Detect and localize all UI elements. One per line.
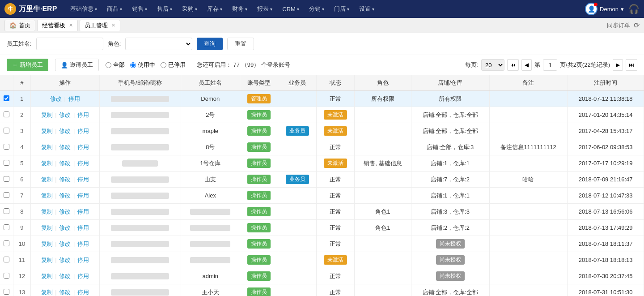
action-link-停用[interactable]: 停用: [77, 208, 89, 215]
action-link-复制[interactable]: 复制: [41, 192, 53, 199]
action-link-复制[interactable]: 复制: [41, 176, 53, 183]
row-checkbox[interactable]: [4, 240, 9, 246]
first-page-button[interactable]: ⏮: [507, 59, 519, 71]
tab-dashboard[interactable]: 经营看板 ✕: [37, 20, 78, 31]
row-checkbox[interactable]: [4, 289, 9, 295]
action-link-复制[interactable]: 复制: [41, 128, 53, 134]
row-checkbox[interactable]: [4, 128, 9, 133]
nav-products[interactable]: 商品 ▾: [102, 0, 127, 18]
action-link-修改[interactable]: 修改: [59, 273, 71, 279]
row-checkbox[interactable]: [4, 224, 9, 230]
name-filter-input[interactable]: [36, 38, 103, 50]
action-link-复制[interactable]: 复制: [41, 289, 53, 296]
action-link-复制[interactable]: 复制: [41, 112, 53, 118]
tab-dashboard-close[interactable]: ✕: [69, 22, 73, 28]
action-link-修改[interactable]: 修改: [59, 176, 71, 183]
nav-inventory[interactable]: 库存 ▾: [203, 0, 227, 18]
action-link-修改[interactable]: 修改: [59, 128, 71, 134]
radio-disabled[interactable]: 已停用: [161, 61, 186, 69]
nav-crm[interactable]: CRM ▾: [278, 0, 304, 18]
prev-page-button[interactable]: ◀: [521, 59, 532, 71]
action-link-停用[interactable]: 停用: [77, 240, 89, 247]
tab-employee[interactable]: 员工管理 ✕: [80, 20, 120, 31]
headset-icon[interactable]: 🎧: [628, 4, 640, 14]
action-link-复制[interactable]: 复制: [41, 208, 53, 215]
radio-disabled-input[interactable]: [161, 62, 166, 68]
action-link-修改[interactable]: 修改: [59, 144, 71, 150]
nav-after-sales[interactable]: 售后 ▾: [153, 0, 177, 18]
nav-reports[interactable]: 报表 ▾: [253, 0, 277, 18]
page-number-input[interactable]: [543, 59, 557, 71]
action-link-停用[interactable]: 停用: [77, 257, 89, 263]
action-link-修改[interactable]: 修改: [59, 112, 71, 118]
refresh-icon[interactable]: ⟳: [634, 21, 640, 30]
action-link-修改[interactable]: 修改: [59, 208, 71, 215]
action-link-复制[interactable]: 复制: [41, 240, 53, 247]
add-employee-button[interactable]: ＋ 新增员工: [7, 59, 48, 71]
action-link-停用[interactable]: 停用: [77, 176, 89, 183]
nav-distribution[interactable]: 分销 ▾: [305, 0, 329, 18]
row-phone: [99, 123, 181, 139]
action-link-停用[interactable]: 停用: [77, 160, 89, 167]
nav-settings[interactable]: 设置 ▾: [355, 0, 379, 18]
nav-purchase[interactable]: 采购 ▾: [178, 0, 202, 18]
action-link-修改[interactable]: 修改: [59, 192, 71, 199]
row-checkbox[interactable]: [4, 144, 9, 150]
row-checkbox[interactable]: [4, 112, 9, 117]
nav-store[interactable]: 门店 ▾: [330, 0, 354, 18]
action-link-修改[interactable]: 修改: [59, 160, 71, 167]
action-link-停用[interactable]: 停用: [77, 112, 89, 118]
action-link-修改[interactable]: 修改: [59, 224, 71, 231]
row-checkbox[interactable]: [4, 257, 9, 262]
user-menu[interactable]: 👤 Demon ▾: [585, 3, 624, 15]
row-actions: 复制 | 修改 | 停用: [30, 204, 99, 220]
role-filter-select[interactable]: [125, 38, 192, 50]
action-link-修改[interactable]: 修改: [50, 95, 62, 102]
action-link-修改[interactable]: 修改: [59, 240, 71, 247]
action-link-复制[interactable]: 复制: [41, 224, 53, 231]
row-checkbox[interactable]: [4, 192, 9, 198]
action-link-修改[interactable]: 修改: [59, 257, 71, 263]
row-checkbox[interactable]: [4, 160, 9, 166]
row-status: 正常: [316, 188, 354, 204]
query-button[interactable]: 查询: [197, 38, 223, 50]
tab-employee-close[interactable]: ✕: [111, 22, 115, 28]
action-link-复制[interactable]: 复制: [41, 273, 53, 279]
action-link-复制[interactable]: 复制: [41, 257, 53, 263]
action-separator: |: [54, 112, 59, 118]
radio-all-input[interactable]: [106, 62, 111, 68]
action-link-停用[interactable]: 停用: [77, 273, 89, 279]
nav-finance[interactable]: 财务 ▾: [228, 0, 252, 18]
action-link-停用[interactable]: 停用: [77, 224, 89, 231]
last-page-button[interactable]: ⏭: [626, 59, 637, 71]
action-link-停用[interactable]: 停用: [77, 144, 89, 150]
row-checkbox[interactable]: [4, 208, 9, 214]
radio-all[interactable]: 全部: [106, 61, 125, 69]
row-status: 正常: [316, 204, 354, 220]
action-link-停用[interactable]: 停用: [77, 289, 89, 296]
row-account-type: 操作员: [240, 107, 278, 123]
action-link-停用[interactable]: 停用: [68, 95, 80, 102]
nav-sales[interactable]: 销售 ▾: [127, 0, 152, 18]
row-checkbox[interactable]: [4, 273, 9, 279]
nav-base-info[interactable]: 基础信息 ▾: [66, 0, 102, 18]
invite-employee-button[interactable]: 👤 邀请员工: [55, 59, 99, 71]
radio-active[interactable]: 使用中: [130, 61, 155, 69]
row-store: 店铺:2，仓库:2: [411, 220, 489, 236]
action-link-复制[interactable]: 复制: [41, 160, 53, 167]
app-logo[interactable]: 牛 万里牛·ERP: [4, 3, 57, 15]
page-size-select[interactable]: 20 50 100: [481, 59, 504, 71]
tab-home[interactable]: 🏠 首页: [4, 20, 35, 31]
row-checkbox[interactable]: [4, 95, 9, 101]
radio-active-input[interactable]: [130, 62, 136, 68]
radio-all-label: 全部: [113, 61, 125, 69]
action-link-修改[interactable]: 修改: [59, 289, 71, 296]
next-page-button[interactable]: ▶: [613, 59, 623, 71]
row-checkbox[interactable]: [4, 176, 9, 182]
action-link-停用[interactable]: 停用: [77, 128, 89, 134]
action-link-复制[interactable]: 复制: [41, 144, 53, 150]
reset-button[interactable]: 重置: [227, 38, 254, 50]
user-arrow: ▾: [621, 6, 624, 13]
row-account-type: 操作员: [240, 284, 278, 296]
action-link-停用[interactable]: 停用: [77, 192, 89, 199]
